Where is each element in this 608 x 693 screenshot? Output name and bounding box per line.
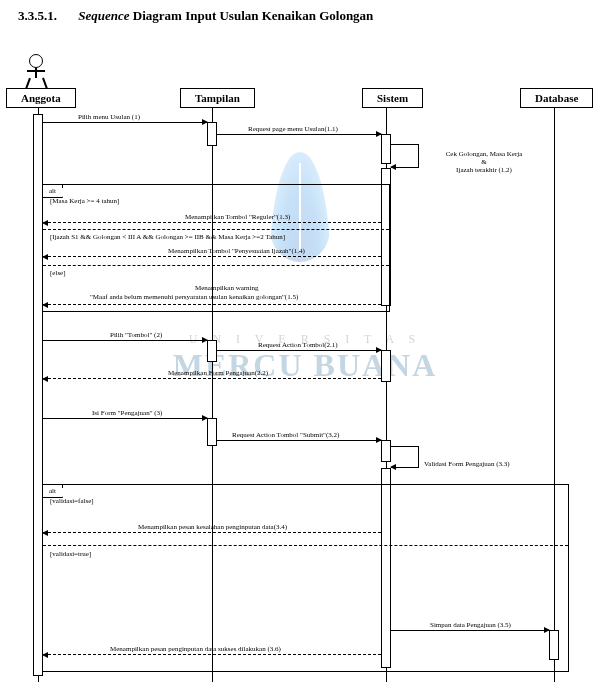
- label-msg-1-4: Menampilkan Tombol "Penyesuaian Ijazah"(…: [168, 247, 305, 255]
- activation-sistem-1: [381, 134, 391, 164]
- msg-3-4: [43, 532, 381, 533]
- label-msg-1-2a: Cek Golongan, Masa Kerja: [446, 150, 523, 158]
- activation-tampilan-3: [207, 418, 217, 446]
- activation-tampilan-1: [207, 122, 217, 146]
- sequence-diagram: U N I V E R S I T A S MERCU BUANA Anggot…: [0, 32, 608, 692]
- lifeline-anggota-header: Anggota: [6, 88, 76, 108]
- guard-4: [validasi=false]: [50, 497, 94, 505]
- msg-3: [43, 418, 207, 419]
- alt-box-2: alt: [42, 484, 569, 672]
- label-msg-3-2: Request Action Tombol "Submit"(3.2): [232, 431, 339, 439]
- alt-sep-1b: [43, 265, 389, 266]
- section-number: 3.3.5.1.: [18, 8, 57, 23]
- msg-2: [43, 340, 207, 341]
- msg-1: [43, 122, 207, 123]
- actor-icon: [27, 54, 45, 90]
- label-msg-1-5a: Menampilkan warning: [195, 284, 259, 292]
- lifeline-sistem-header: Sistem: [362, 88, 423, 108]
- lifeline-tampilan-header: Tampilan: [180, 88, 255, 108]
- msg-2-2: [43, 378, 381, 379]
- guard-3: [else]: [50, 269, 66, 277]
- label-msg-1-3: Menampilkan Tombol "Reguler"(1.3): [185, 213, 290, 221]
- msg-1-4: [43, 256, 381, 257]
- label-msg-1-2: Cek Golongan, Masa Kerja & Ijazah terakh…: [424, 150, 544, 174]
- msg-3-3-self: [391, 446, 419, 468]
- activation-database: [549, 630, 559, 660]
- msg-3-2: [217, 440, 381, 441]
- activation-sistem-2: [381, 350, 391, 382]
- label-msg-1-2c: Ijazah terakhir (1.2): [456, 166, 512, 174]
- label-msg-1-2b: &: [481, 158, 486, 166]
- activation-sistem-3: [381, 440, 391, 462]
- guard-5: [validasi=true]: [50, 550, 91, 558]
- msg-1-2-self: [391, 144, 419, 168]
- label-msg-3-5: Simpan data Pengajuan (3.5): [430, 621, 511, 629]
- label-msg-2-2: Menampilkan Form Pengajuan(2.2): [168, 369, 268, 377]
- sequence-word: Sequence: [78, 8, 129, 23]
- msg-2-1: [217, 350, 381, 351]
- label-msg-1: Pilih menu Usulan (1): [78, 113, 140, 121]
- msg-3-5: [391, 630, 549, 631]
- title-rest: Diagram Input Usulan Kenaikan Golongan: [133, 8, 374, 23]
- label-msg-2-1: Request Action Tombol(2.1): [258, 341, 338, 349]
- activation-tampilan-2: [207, 340, 217, 362]
- lifeline-database-header: Database: [520, 88, 593, 108]
- guard-1: [Masa Kerja >= 4 tahun]: [50, 197, 119, 205]
- label-msg-1-1: Request page menu Usulan(1.1): [248, 125, 338, 133]
- msg-3-6: [43, 654, 381, 655]
- msg-1-3: [43, 222, 381, 223]
- label-msg-3-4: Menampilkan pesan kesalahan penginputan …: [138, 523, 287, 531]
- section-title: 3.3.5.1. Sequence Diagram Input Usulan K…: [0, 0, 608, 32]
- guard-2: [Ijazah S1 && Golongan < III A && Golong…: [50, 233, 285, 241]
- page: 3.3.5.1. Sequence Diagram Input Usulan K…: [0, 0, 608, 692]
- msg-1-5: [43, 304, 381, 305]
- label-msg-1-5b: "Maaf anda belum memenuhi persyaratan us…: [90, 293, 298, 301]
- msg-1-1: [217, 134, 381, 135]
- label-msg-2: Pilih "Tombol" (2): [110, 331, 162, 339]
- alt-sep-1a: [43, 229, 389, 230]
- label-msg-3: Isi Form "Pengajuan" (3): [92, 409, 162, 417]
- label-msg-3-3: Validasi Form Pengajuan (3.3): [424, 460, 510, 468]
- alt-sep-2: [43, 545, 568, 546]
- label-msg-3-6: Menampilkan pesan penginputan data sukse…: [110, 645, 281, 653]
